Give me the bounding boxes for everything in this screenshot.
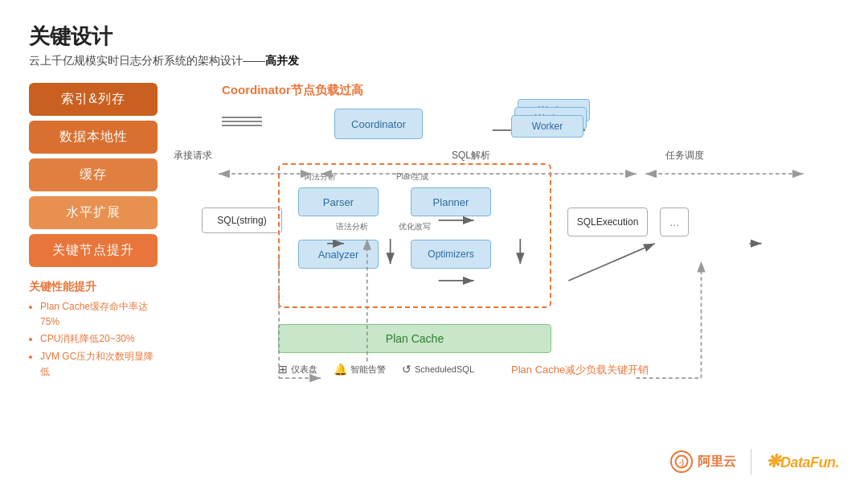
label-plan-gen: Plan生成	[396, 171, 428, 183]
plan-cache-box: Plan Cache	[278, 324, 551, 353]
sidebar-btn-locality[interactable]: 数据本地性	[29, 121, 158, 154]
label-sql-parse: SQL解析	[452, 149, 490, 162]
logos: -) 阿里云 ❋DataFun.	[670, 449, 839, 475]
main-title: 关键设计	[29, 23, 839, 51]
datafun-logo: ❋DataFun.	[766, 451, 839, 472]
subtitle-highlight: 高并发	[265, 54, 299, 67]
alert-icon: 🔔	[334, 363, 347, 376]
bottom-icons: ⊞ 仪表盘 🔔 智能告警 ↺ ScheduledSQL	[278, 363, 474, 376]
sidebar-btn-scale[interactable]: 水平扩展	[29, 196, 158, 229]
labels-row: 承接请求 SQL解析 任务调度	[174, 149, 704, 162]
icon-scheduled: ↺ ScheduledSQL	[402, 363, 474, 376]
perf-section: 关键性能提升 Plan Cache缓存命中率达75% CPU消耗降低20~30%…	[29, 280, 158, 381]
datafun-text: DataFun.	[780, 454, 839, 471]
left-sidebar: 索引&列存 数据本地性 缓存 水平扩展 关键节点提升 关键性能提升 Plan C…	[29, 83, 158, 473]
label-request: 承接请求	[174, 149, 212, 162]
subtitle-prefix: 云上千亿规模实时日志分析系统的架构设计——	[29, 54, 265, 67]
perf-title: 关键性能提升	[29, 280, 158, 294]
ali-icon: -)	[670, 450, 693, 473]
coordinator-box: Coordinator	[334, 109, 423, 139]
ali-svg-icon: -)	[674, 454, 689, 469]
scheduled-label: ScheduledSQL	[415, 364, 474, 374]
optimizers-box: Optimizers	[411, 240, 491, 269]
icon-alert: 🔔 智能告警	[334, 363, 386, 376]
scheduled-icon: ↺	[402, 363, 411, 376]
worker-stack: Worker Worker Worker	[511, 99, 583, 123]
sidebar-btn-keynode[interactable]: 关键节点提升	[29, 234, 158, 267]
sql-string-box: SQL(string)	[202, 208, 282, 233]
coordinator-label: Coordinator节点负载过高	[222, 83, 363, 98]
alert-label: 智能告警	[350, 364, 386, 376]
triple-line	[222, 117, 262, 126]
sql-parse-box: 词法分析 Plan生成 语法分析 优化改写	[278, 163, 551, 308]
subtitle: 云上千亿规模实时日志分析系统的架构设计——高并发	[29, 54, 839, 68]
alibaba-logo: -) 阿里云	[670, 450, 736, 473]
dashboard-icon: ⊞	[278, 363, 288, 376]
content: 索引&列存 数据本地性 缓存 水平扩展 关键节点提升 关键性能提升 Plan C…	[29, 83, 839, 473]
label-syntax: 语法分析	[336, 221, 368, 232]
label-lexical: 词法分析	[304, 171, 336, 183]
datafun-d: ❋	[766, 451, 780, 471]
analyzer-box: Analyzer	[298, 240, 379, 269]
dots-box: ...	[660, 208, 689, 236]
parser-box: Parser	[298, 187, 379, 216]
worker-box-3: Worker	[511, 115, 583, 138]
sidebar-btn-index[interactable]: 索引&列存	[29, 83, 158, 116]
svg-text:-): -)	[679, 458, 684, 466]
alibaba-text: 阿里云	[698, 454, 736, 471]
svg-line-13	[568, 244, 654, 281]
sidebar-btn-cache[interactable]: 缓存	[29, 158, 158, 191]
icon-dashboard: ⊞ 仪表盘	[278, 363, 317, 376]
perf-item-1: CPU消耗降低20~30%	[40, 331, 158, 347]
plan-cache-reduce-note: Plan Cache减少负载关键开销	[511, 363, 649, 377]
perf-list: Plan Cache缓存命中率达75% CPU消耗降低20~30% JVM GC…	[29, 299, 158, 380]
label-optimize: 优化改写	[399, 221, 431, 232]
sql-exec-box: SQLExecution	[567, 208, 648, 236]
planner-box: Planner	[411, 187, 491, 216]
page: 关键设计 云上千亿规模实时日志分析系统的架构设计——高并发 索引&列存 数据本地…	[0, 0, 868, 489]
header: 关键设计 云上千亿规模实时日志分析系统的架构设计——高并发	[29, 23, 839, 68]
logo-divider	[751, 449, 752, 475]
right-diagram: Coordinator节点负载过高 Coordinator Worker Wor…	[174, 83, 839, 473]
perf-item-0: Plan Cache缓存命中率达75%	[40, 299, 158, 330]
perf-item-2: JVM GC压力和次数明显降低	[40, 349, 158, 380]
label-task-schedule: 任务调度	[665, 149, 704, 162]
dashboard-label: 仪表盘	[291, 364, 317, 376]
